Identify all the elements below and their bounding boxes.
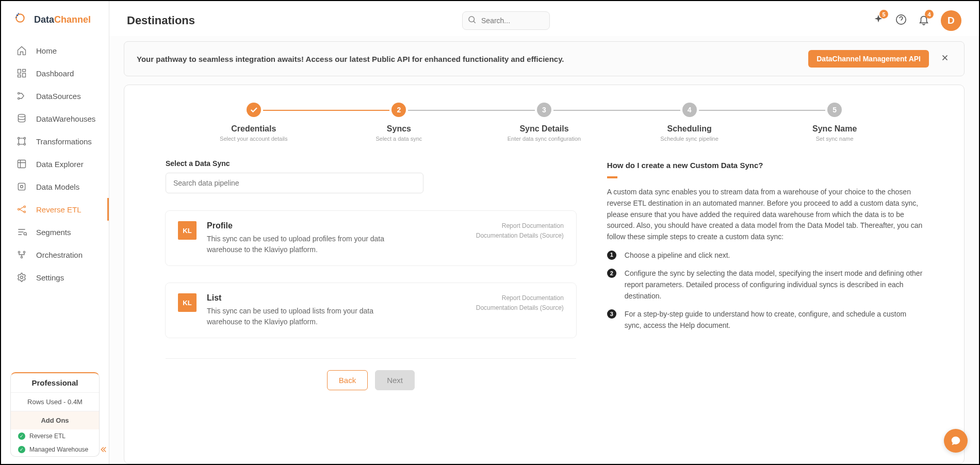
banner-text: Your pathway to seamless integration awa… — [137, 55, 564, 63]
sync-card-list[interactable]: KL List This sync can be used to upload … — [166, 283, 576, 338]
pipeline-search-input[interactable] — [166, 173, 423, 193]
api-banner: Your pathway to seamless integration awa… — [124, 41, 965, 76]
svg-rect-16 — [18, 183, 25, 190]
sidebar-item-label: Data Explorer — [36, 160, 84, 169]
warehouse-icon — [17, 113, 27, 124]
notifications-button[interactable]: 4 — [918, 14, 929, 27]
step-dot: 4 — [682, 103, 697, 117]
svg-point-2 — [15, 17, 17, 18]
sidebar-item-label: Settings — [36, 273, 64, 282]
check-icon: ✓ — [18, 433, 25, 440]
sync-desc: This sync can be used to upload lists fr… — [207, 306, 403, 327]
step-sync-details[interactable]: 3 Sync Details Enter data sync configura… — [471, 103, 617, 142]
step-dot: 2 — [391, 103, 406, 117]
svg-point-26 — [469, 16, 475, 22]
help-step: Configure the sync by selecting the data… — [607, 268, 923, 302]
step-credentials[interactable]: Credentials Select your account details — [181, 103, 326, 142]
banner-close-button[interactable] — [938, 51, 952, 67]
sidebar-item-home[interactable]: Home — [1, 39, 109, 62]
sync-link[interactable]: Report Documentation — [476, 293, 564, 303]
sparkle-badge: 5 — [879, 10, 888, 19]
sync-title: List — [207, 293, 466, 303]
sync-links: Report Documentation Documentation Detai… — [476, 293, 564, 327]
search-container — [462, 11, 550, 30]
avatar[interactable]: D — [941, 10, 961, 31]
search-icon — [467, 15, 477, 26]
step-dot: 3 — [537, 103, 551, 117]
svg-point-20 — [24, 211, 25, 212]
sidebar-item-label: Orchestration — [36, 251, 83, 259]
svg-rect-7 — [18, 75, 21, 77]
sidebar-item-datamodels[interactable]: Data Models — [1, 175, 109, 198]
sidebar-collapse-button[interactable] — [96, 443, 110, 459]
plan-addons-title: Add Ons — [11, 411, 99, 429]
sidebar-item-dashboard[interactable]: Dashboard — [1, 62, 109, 85]
sidebar-item-label: Dashboard — [36, 69, 74, 78]
svg-point-14 — [24, 143, 25, 145]
settings-icon — [17, 272, 27, 283]
svg-point-10 — [18, 114, 25, 117]
sidebar-item-label: Home — [36, 46, 57, 55]
step-sync-name[interactable]: 5 Sync Name Set sync name — [762, 103, 907, 142]
sidebar-item-transformations[interactable]: Transformations — [1, 130, 109, 153]
svg-point-17 — [21, 186, 23, 188]
help-button[interactable] — [895, 14, 907, 27]
svg-point-9 — [18, 97, 20, 99]
banner-cta-button[interactable]: DataChannel Management API — [808, 50, 929, 68]
sync-desc: This sync can be used to upload profiles… — [207, 234, 403, 255]
sync-link[interactable]: Report Documentation — [476, 221, 564, 231]
dashboard-icon — [17, 68, 27, 78]
plan-addon: ✓Managed Warehouse — [11, 443, 99, 456]
top-actions: 5 4 D — [873, 10, 961, 31]
sidebar-item-orchestration[interactable]: Orchestration — [1, 243, 109, 266]
step-scheduling[interactable]: 4 Scheduling Schedule sync pipeline — [617, 103, 762, 142]
sidebar-item-label: Reverse ETL — [36, 205, 81, 214]
models-icon — [17, 181, 27, 192]
sidebar-item-settings[interactable]: Settings — [1, 266, 109, 289]
step-dot-done-icon — [247, 103, 261, 117]
svg-rect-15 — [18, 160, 26, 168]
section-label: Select a Data Sync — [166, 159, 576, 168]
sync-link[interactable]: Documentation Details (Source) — [476, 231, 564, 241]
main: Destinations 5 4 D You — [109, 1, 979, 464]
help-panel: How do I create a new Custom Data Sync? … — [607, 159, 923, 390]
explorer-icon — [17, 159, 27, 169]
sync-title: Profile — [207, 221, 466, 230]
plan-card: Professional Rows Used - 0.4M Add Ons ✓R… — [10, 372, 100, 457]
accent-bar — [607, 176, 617, 178]
svg-point-25 — [21, 276, 23, 279]
svg-point-22 — [18, 251, 20, 253]
next-button[interactable]: Next — [375, 370, 415, 390]
step-syncs[interactable]: 2 Syncs Select a data sync — [326, 103, 472, 142]
check-icon: ✓ — [18, 446, 25, 453]
topbar: Destinations 5 4 D — [109, 1, 979, 36]
sync-card-profile[interactable]: KL Profile This sync can be used to uplo… — [166, 211, 576, 265]
home-icon — [17, 45, 27, 56]
svg-rect-6 — [23, 73, 26, 77]
plan-tier: Professional — [11, 373, 99, 392]
brand-logo[interactable]: DataChannel — [1, 1, 109, 36]
svg-rect-5 — [23, 70, 26, 72]
sidebar-item-label: Data Models — [36, 182, 79, 191]
sidebar-item-label: DataSources — [36, 92, 81, 101]
sidebar-item-dataexplorer[interactable]: Data Explorer — [1, 153, 109, 175]
sidebar-item-datawarehouses[interactable]: DataWarehouses — [1, 107, 109, 130]
klaviyo-badge-icon: KL — [178, 293, 197, 312]
sidebar-nav: Home Dashboard DataSources DataWarehouse… — [1, 36, 109, 289]
sync-selection: Select a Data Sync KL Profile This sync … — [166, 159, 576, 390]
sync-link[interactable]: Documentation Details (Source) — [476, 303, 564, 313]
help-step: Choose a pipeline and click next. — [607, 250, 923, 261]
chat-fab[interactable] — [944, 429, 968, 453]
svg-point-19 — [24, 206, 25, 207]
back-button[interactable]: Back — [327, 370, 368, 390]
sidebar-item-label: Transformations — [36, 137, 92, 146]
svg-point-12 — [24, 138, 25, 139]
sidebar-item-reverseetl[interactable]: Reverse ETL — [1, 198, 109, 221]
sidebar-item-segments[interactable]: Segments — [1, 221, 109, 243]
orchestration-icon — [17, 250, 27, 260]
svg-point-24 — [21, 256, 22, 258]
sidebar-item-datasources[interactable]: DataSources — [1, 85, 109, 107]
transformations-icon — [17, 136, 27, 146]
svg-point-18 — [18, 208, 20, 210]
sparkle-button[interactable]: 5 — [873, 14, 884, 27]
